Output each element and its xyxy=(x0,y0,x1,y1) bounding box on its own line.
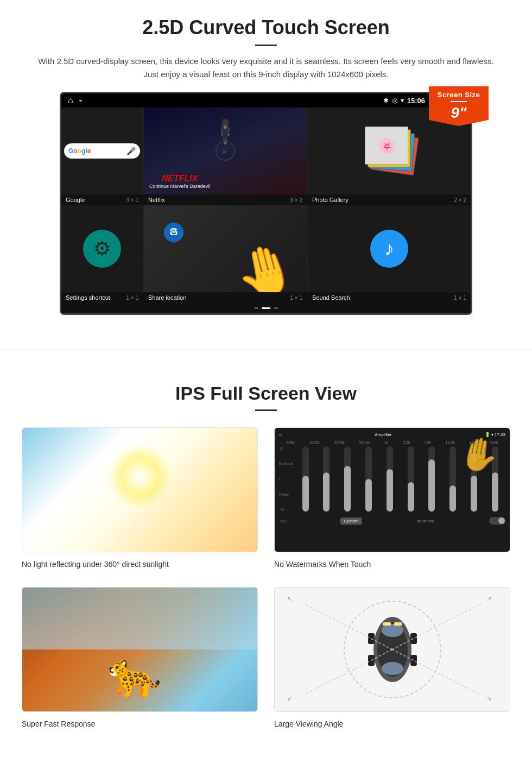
maps-app-size: 1 × 1 xyxy=(290,295,302,301)
app-grid-top: Google 🎤 🕴 ▶ NETFLIX xyxy=(61,108,471,194)
maps-cell[interactable]: G 🤚 xyxy=(144,205,307,292)
badge-label: Screen Size xyxy=(434,91,483,99)
google-label: Google 3 × 1 xyxy=(61,194,143,205)
section2-divider xyxy=(255,409,277,411)
eq-slider-3 xyxy=(344,446,351,512)
daredevil-silhouette: 🕴 xyxy=(209,118,242,149)
settings-app-name: Settings shortcut xyxy=(66,294,110,301)
svg-line-17 xyxy=(392,649,482,695)
eq-back-icon: ◁◁ xyxy=(279,519,286,523)
section2-ips: IPS Full Screen View No light reflecting… xyxy=(0,372,532,752)
nav-dot-1 xyxy=(254,307,258,309)
sunlight-caption: No light reflecting under 360° direct su… xyxy=(22,558,258,571)
eq-side-labels: 10 Balance 0 Fader -10 xyxy=(279,446,505,512)
gallery-card-front: 🌸 xyxy=(365,127,408,165)
settings-label: Settings shortcut 1 × 1 xyxy=(61,292,143,303)
gallery-app-name: Photo Gallery xyxy=(312,197,349,203)
netflix-app-name: Netflix xyxy=(148,197,165,203)
bluetooth-icon: ✱ xyxy=(383,97,389,104)
eq-loudness-label: loudness xyxy=(417,519,434,523)
viewing-angle-arrows: ↖ ↗ ↙ ↘ xyxy=(275,588,510,711)
eq-toggle-knob xyxy=(498,518,505,524)
section1-title: 2.5D Curved Touch Screen xyxy=(33,16,499,39)
cheetah-caption: Super Fast Response xyxy=(22,717,258,730)
netflix-label: Netflix 3 × 2 xyxy=(144,194,307,205)
sky-overlay xyxy=(22,588,257,649)
screen-size-badge: Screen Size 9" xyxy=(429,86,489,126)
feature-cheetah: 🐆 Super Fast Response xyxy=(22,587,258,730)
eq-slider-8 xyxy=(449,446,456,512)
eq-bottom-controls: ◁◁ Custom loudness xyxy=(279,517,505,525)
eq-slider-2 xyxy=(323,446,330,512)
app-labels-row1: Google 3 × 1 Netflix 3 × 2 Photo Gallery… xyxy=(61,194,471,205)
eq-title: Amplifier xyxy=(375,432,391,437)
svg-text:↖: ↖ xyxy=(287,595,293,603)
flower-icon: 🌸 xyxy=(377,137,396,155)
home-icon: ⌂ xyxy=(68,96,73,105)
sound-app-size: 1 × 1 xyxy=(454,295,466,301)
maps-app-name: Share location xyxy=(148,294,186,301)
eq-slider-4 xyxy=(365,446,372,512)
netflix-app-size: 3 × 2 xyxy=(290,197,302,203)
svg-text:↙: ↙ xyxy=(287,695,293,702)
svg-line-15 xyxy=(392,604,482,649)
netflix-logo: NETFLIX xyxy=(149,174,210,184)
mic-icon: 🎤 xyxy=(126,147,136,155)
section1-curved-screen: 2.5D Curved Touch Screen With 2.5D curve… xyxy=(0,0,532,328)
sun-glare xyxy=(107,444,173,509)
equalizer-image: ⌂ Amplifier 🔋 ▾ 17:33 60hz 100hz 200hz 5… xyxy=(274,427,510,552)
car-background: ↖ ↗ ↙ ↘ xyxy=(275,588,510,711)
section2-title: IPS Full Screen View xyxy=(22,383,510,404)
sound-label: Sound Search 1 × 1 xyxy=(308,292,471,303)
google-app-name: Google xyxy=(66,197,85,203)
svg-line-16 xyxy=(303,649,392,695)
google-search-bar[interactable]: Google 🎤 xyxy=(64,143,140,159)
badge-size: 9" xyxy=(434,104,483,122)
watermarks-caption: No Watermarks When Touch xyxy=(274,558,510,571)
cheetah-image: 🐆 xyxy=(22,587,258,712)
sound-app-name: Sound Search xyxy=(312,294,350,301)
usb-icon: ⌁ xyxy=(79,97,83,104)
settings-app-size: 1 × 1 xyxy=(126,295,138,301)
car-caption: Large Viewing Angle xyxy=(274,717,510,730)
eq-slider-6 xyxy=(408,446,414,512)
app-labels-row2: Settings shortcut 1 × 1 Share location 1… xyxy=(61,292,471,303)
maps-label: Share location 1 × 1 xyxy=(144,292,307,303)
gallery-app-size: 2 × 2 xyxy=(454,197,466,203)
google-app-cell[interactable]: Google 🎤 xyxy=(61,108,143,194)
screen-mockup: Screen Size 9" ⌂ ⌁ ✱ ◎ ▾ 15:06 ⊡ ◁) ⊠ xyxy=(60,92,472,315)
app-grid-bottom: ⚙ G xyxy=(61,205,471,292)
eq-custom-button[interactable]: Custom xyxy=(340,518,362,525)
svg-text:↘: ↘ xyxy=(486,695,492,702)
sky-background xyxy=(22,428,257,552)
eq-hand-icon: ✋ xyxy=(456,432,503,477)
section-divider-line xyxy=(0,350,532,350)
eq-sliders-container: ✋ xyxy=(295,446,505,512)
eq-toggle-switch[interactable] xyxy=(489,517,505,525)
sound-search-cell[interactable]: ♪ xyxy=(308,205,471,292)
settings-cell[interactable]: ⚙ xyxy=(61,205,143,292)
feature-sunlight: No light reflecting under 360° direct su… xyxy=(22,427,258,571)
status-bar-left: ⌂ ⌁ xyxy=(68,96,83,105)
features-grid: No light reflecting under 360° direct su… xyxy=(22,427,510,730)
eq-slider-7 xyxy=(428,446,435,512)
eq-db-labels: 10 Balance 0 Fader -10 xyxy=(279,446,293,512)
location-icon: ◎ xyxy=(392,97,397,104)
google-app-size: 3 × 1 xyxy=(126,197,138,203)
eq-home-icon: ⌂ xyxy=(279,432,282,437)
netflix-overlay: NETFLIX Continue Marvel's Daredevil xyxy=(149,174,210,189)
netflix-app-cell[interactable]: 🕴 ▶ NETFLIX Continue Marvel's Daredevil xyxy=(144,108,307,194)
netflix-background: 🕴 ▶ NETFLIX Continue Marvel's Daredevil xyxy=(144,108,307,194)
cheetah-background: 🐆 xyxy=(22,588,257,711)
eq-slider-1 xyxy=(302,446,309,512)
feature-watermarks: ⌂ Amplifier 🔋 ▾ 17:33 60hz 100hz 200hz 5… xyxy=(274,427,510,571)
netflix-subtitle: Continue Marvel's Daredevil xyxy=(149,184,210,189)
gallery-label: Photo Gallery 2 × 2 xyxy=(308,194,471,205)
gallery-stack: 🌸 xyxy=(362,124,416,178)
section1-description: With 2.5D curved-display screen, this de… xyxy=(33,55,499,81)
cheetah-emoji: 🐆 xyxy=(107,649,162,701)
feature-car: ↖ ↗ ↙ ↘ Large Viewing Angle xyxy=(274,587,510,730)
music-icon: ♪ xyxy=(370,230,408,268)
sunlight-image xyxy=(22,427,258,552)
nav-dots xyxy=(61,303,471,313)
